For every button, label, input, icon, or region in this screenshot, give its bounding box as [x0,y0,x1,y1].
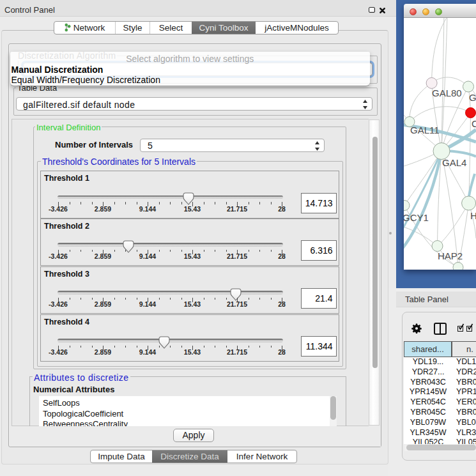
svg-text:GAL4: GAL4 [442,157,466,168]
svg-text:C: C [472,118,476,129]
svg-text:HAP2: HAP2 [438,250,463,261]
svg-text:GAL11: GAL11 [410,125,440,135]
svg-text:GCY1: GCY1 [404,212,429,223]
svg-text:G.: G. [469,92,476,103]
svg-text:H: H [470,210,476,221]
svg-text:GAL80: GAL80 [432,88,462,98]
